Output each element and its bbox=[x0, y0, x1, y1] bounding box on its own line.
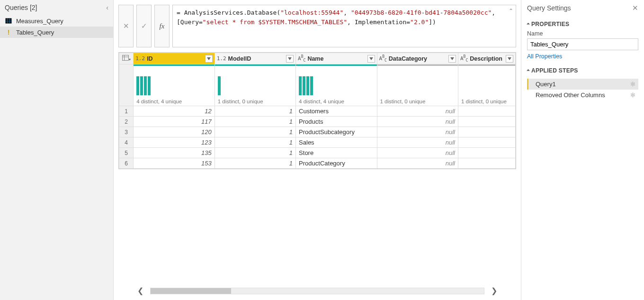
table-row[interactable]: 61531ProductCategorynull bbox=[119, 158, 516, 169]
column-summary-label: 1 distinct, 0 unique bbox=[461, 99, 507, 104]
hscroll-left-icon[interactable]: ❮ bbox=[137, 286, 143, 295]
formula-input[interactable]: = AnalysisServices.Database("localhost:5… bbox=[172, 5, 516, 47]
column-filter-dropdown-icon[interactable] bbox=[448, 55, 456, 63]
gear-icon[interactable]: ✻ bbox=[630, 91, 635, 99]
cell[interactable]: 120 bbox=[134, 127, 215, 137]
cell[interactable]: null bbox=[377, 117, 458, 127]
table-row[interactable]: 51351Storenull bbox=[119, 148, 516, 158]
column-name-label: Name bbox=[307, 55, 365, 62]
column-filter-dropdown-icon[interactable] bbox=[205, 55, 213, 63]
queries-header: Queries [2] ‹ bbox=[0, 0, 113, 15]
hscroll-track[interactable] bbox=[150, 288, 484, 294]
settings-title: Query Settings bbox=[527, 4, 571, 12]
cell[interactable] bbox=[458, 106, 515, 117]
table-row[interactable]: 21171Productsnull bbox=[119, 117, 516, 127]
query-item-label: Measures_Query bbox=[16, 18, 63, 25]
cell[interactable]: 1 bbox=[215, 106, 295, 117]
cell[interactable]: Customers bbox=[296, 106, 377, 117]
column-filter-dropdown-icon[interactable] bbox=[367, 55, 375, 63]
cell[interactable] bbox=[458, 127, 515, 137]
column-header-id[interactable]: 1.2ID bbox=[134, 53, 215, 64]
applied-steps-list: Query1✻Removed Other Columns✻ bbox=[527, 79, 638, 100]
cell[interactable]: 12 bbox=[134, 106, 215, 117]
type-badge: 1.2 bbox=[135, 55, 145, 62]
svg-marker-11 bbox=[450, 57, 454, 60]
column-name-label: ID bbox=[147, 55, 203, 62]
column-summary-label: 4 distinct, 4 unique bbox=[136, 99, 182, 104]
formula-cancel-button[interactable]: ✕ bbox=[118, 5, 134, 47]
hscroll-thumb[interactable] bbox=[151, 288, 231, 294]
column-header-description[interactable]: ABCDescription bbox=[458, 53, 515, 64]
query-item-measures_query[interactable]: Measures_Query bbox=[0, 15, 113, 27]
column-header-datacategory[interactable]: ABCDataCategory bbox=[377, 53, 458, 64]
column-filter-dropdown-icon[interactable] bbox=[286, 55, 294, 63]
cell[interactable]: Products bbox=[296, 117, 377, 127]
applied-step-removed-other-columns[interactable]: Removed Other Columns✻ bbox=[527, 90, 638, 100]
grid-corner[interactable]: ▾ bbox=[119, 53, 134, 64]
table-row[interactable]: 31201ProductSubcategorynull bbox=[119, 127, 516, 137]
gear-icon[interactable]: ✻ bbox=[630, 81, 635, 88]
table-row[interactable]: 41231Salesnull bbox=[119, 137, 516, 148]
hscroll-right-icon[interactable]: ❯ bbox=[491, 286, 497, 295]
query-item-tables_query[interactable]: !Tables_Query bbox=[0, 27, 113, 38]
queries-panel: Queries [2] ‹ Measures_Query!Tables_Quer… bbox=[0, 0, 114, 300]
row-number[interactable]: 6 bbox=[119, 158, 134, 169]
table-row[interactable]: 1121Customersnull bbox=[119, 106, 516, 117]
type-badge: ABC bbox=[460, 55, 468, 63]
horizontal-scrollbar[interactable]: ❮ ❯ bbox=[118, 283, 516, 300]
row-number[interactable]: 4 bbox=[119, 137, 134, 148]
column-profile-id: 4 distinct, 4 unique bbox=[134, 64, 215, 106]
applied-step-query1[interactable]: Query1✻ bbox=[527, 79, 638, 90]
column-filter-dropdown-icon[interactable] bbox=[506, 55, 513, 63]
formula-expand-icon[interactable]: ⌃ bbox=[509, 8, 513, 14]
grid-corner-profile bbox=[119, 64, 134, 106]
properties-section-title[interactable]: PROPERTIES bbox=[527, 21, 638, 27]
cell[interactable]: 1 bbox=[215, 158, 295, 169]
cell[interactable]: 1 bbox=[215, 127, 295, 137]
column-header-modelid[interactable]: 1.2ModelID bbox=[215, 53, 295, 64]
settings-header: Query Settings ✕ bbox=[527, 4, 638, 12]
all-properties-link[interactable]: All Properties bbox=[527, 53, 638, 60]
cell[interactable]: 1 bbox=[215, 117, 295, 127]
cell[interactable]: null bbox=[377, 137, 458, 148]
cell[interactable] bbox=[458, 148, 515, 158]
cell[interactable]: null bbox=[377, 148, 458, 158]
cell[interactable]: ProductCategory bbox=[296, 158, 377, 169]
cell[interactable] bbox=[458, 117, 515, 127]
data-grid: ▾1.2ID1.2ModelIDABCNameABCDataCategoryAB… bbox=[118, 52, 516, 169]
row-number[interactable]: 3 bbox=[119, 127, 134, 137]
svg-marker-10 bbox=[369, 57, 373, 60]
cell[interactable]: Store bbox=[296, 148, 377, 158]
cell[interactable]: ProductSubcategory bbox=[296, 127, 377, 137]
cell[interactable]: null bbox=[377, 106, 458, 117]
cell[interactable]: 1 bbox=[215, 148, 295, 158]
queries-list: Measures_Query!Tables_Query bbox=[0, 15, 113, 38]
close-settings-icon[interactable]: ✕ bbox=[632, 4, 638, 12]
row-number[interactable]: 5 bbox=[119, 148, 134, 158]
cell[interactable]: 117 bbox=[134, 117, 215, 127]
row-number[interactable]: 2 bbox=[119, 117, 134, 127]
cell[interactable]: 153 bbox=[134, 158, 215, 169]
cell[interactable]: null bbox=[377, 158, 458, 169]
cell[interactable] bbox=[458, 158, 515, 169]
formula-commit-button[interactable]: ✓ bbox=[136, 5, 152, 47]
warning-icon: ! bbox=[5, 28, 12, 36]
column-summary-label: 4 distinct, 4 unique bbox=[299, 99, 344, 104]
fx-button[interactable]: fx bbox=[154, 5, 170, 47]
cell[interactable] bbox=[458, 137, 515, 148]
column-profile-description: 1 distinct, 0 unique bbox=[458, 64, 515, 106]
row-number[interactable]: 1 bbox=[119, 106, 134, 117]
column-name-label: Description bbox=[470, 55, 504, 62]
step-label: Removed Other Columns bbox=[536, 91, 605, 99]
column-profile-name: 4 distinct, 4 unique bbox=[296, 64, 377, 106]
cell[interactable]: 1 bbox=[215, 137, 295, 148]
collapse-queries-chevron-icon[interactable]: ‹ bbox=[106, 4, 108, 11]
query-name-input[interactable] bbox=[527, 38, 638, 50]
column-header-name[interactable]: ABCName bbox=[296, 53, 377, 64]
cell[interactable]: Sales bbox=[296, 137, 377, 148]
svg-rect-0 bbox=[6, 18, 12, 24]
applied-steps-section-title[interactable]: APPLIED STEPS bbox=[527, 67, 638, 74]
cell[interactable]: null bbox=[377, 127, 458, 137]
cell[interactable]: 123 bbox=[134, 137, 215, 148]
cell[interactable]: 135 bbox=[134, 148, 215, 158]
